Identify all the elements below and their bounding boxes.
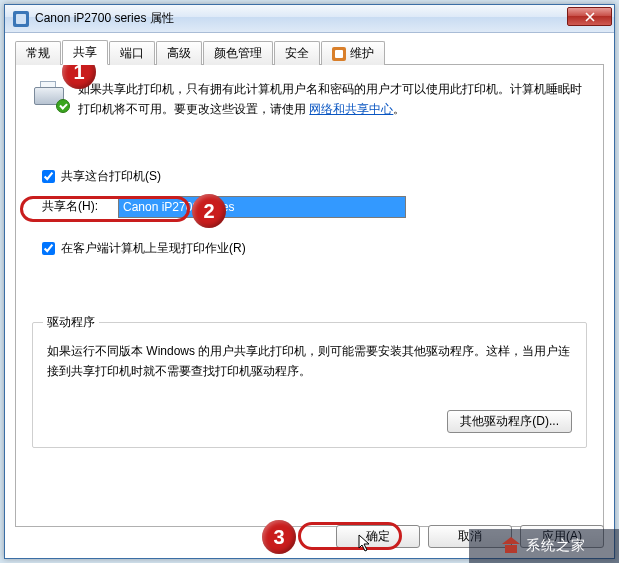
printer-shared-icon bbox=[32, 81, 68, 111]
titlebar: Canon iP2700 series 属性 bbox=[5, 5, 614, 33]
render-client-checkbox[interactable] bbox=[42, 242, 55, 255]
dialog-footer: 确定 取消 应用(A) bbox=[5, 525, 614, 548]
drivers-group: 驱动程序 如果运行不同版本 Windows 的用户共享此打印机，则可能需要安装其… bbox=[32, 322, 587, 448]
tab-share[interactable]: 共享 bbox=[62, 40, 108, 65]
window-title: Canon iP2700 series 属性 bbox=[35, 10, 567, 27]
share-name-row: 共享名(H): bbox=[42, 196, 587, 218]
render-client-label[interactable]: 在客户端计算机上呈现打印作业(R) bbox=[42, 240, 246, 257]
additional-drivers-button[interactable]: 其他驱动程序(D)... bbox=[447, 410, 572, 433]
share-printer-checkbox[interactable] bbox=[42, 170, 55, 183]
cancel-button[interactable]: 取消 bbox=[428, 525, 512, 548]
printer-title-icon bbox=[13, 11, 29, 27]
drivers-group-title: 驱动程序 bbox=[43, 314, 99, 331]
tab-strip: 常规 共享 端口 高级 颜色管理 安全 维护 bbox=[15, 41, 604, 65]
tab-advanced[interactable]: 高级 bbox=[156, 41, 202, 65]
drivers-button-row: 其他驱动程序(D)... bbox=[47, 410, 572, 433]
share-name-input[interactable] bbox=[118, 196, 406, 218]
tab-color[interactable]: 颜色管理 bbox=[203, 41, 273, 65]
share-name-label: 共享名(H): bbox=[42, 198, 108, 215]
intro-row: 如果共享此打印机，只有拥有此计算机用户名和密码的用户才可以使用此打印机。计算机睡… bbox=[32, 79, 587, 120]
dialog-body: 常规 共享 端口 高级 颜色管理 安全 维护 如果共享此打印机，只有拥有此计算机… bbox=[5, 33, 614, 537]
intro-text: 如果共享此打印机，只有拥有此计算机用户名和密码的用户才可以使用此打印机。计算机睡… bbox=[78, 79, 587, 120]
network-sharing-center-link[interactable]: 网络和共享中心 bbox=[309, 102, 393, 116]
tab-ports[interactable]: 端口 bbox=[109, 41, 155, 65]
share-printer-text: 共享这台打印机(S) bbox=[61, 168, 161, 185]
share-printer-row: 共享这台打印机(S) bbox=[42, 168, 587, 186]
share-panel: 如果共享此打印机，只有拥有此计算机用户名和密码的用户才可以使用此打印机。计算机睡… bbox=[15, 65, 604, 527]
intro-period: 。 bbox=[393, 102, 405, 116]
render-client-text: 在客户端计算机上呈现打印作业(R) bbox=[61, 240, 246, 257]
tab-maintenance-label: 维护 bbox=[350, 45, 374, 62]
apply-button[interactable]: 应用(A) bbox=[520, 525, 604, 548]
close-button[interactable] bbox=[567, 7, 612, 26]
tab-security[interactable]: 安全 bbox=[274, 41, 320, 65]
share-printer-label[interactable]: 共享这台打印机(S) bbox=[42, 168, 161, 185]
render-client-row: 在客户端计算机上呈现打印作业(R) bbox=[42, 240, 587, 258]
tab-general[interactable]: 常规 bbox=[15, 41, 61, 65]
drivers-group-text: 如果运行不同版本 Windows 的用户共享此打印机，则可能需要安装其他驱动程序… bbox=[47, 341, 572, 382]
ok-button[interactable]: 确定 bbox=[336, 525, 420, 548]
properties-dialog: Canon iP2700 series 属性 常规 共享 端口 高级 颜色管理 … bbox=[4, 4, 615, 559]
tab-maintenance[interactable]: 维护 bbox=[321, 41, 385, 65]
close-icon bbox=[585, 12, 595, 22]
maintenance-icon bbox=[332, 47, 346, 61]
